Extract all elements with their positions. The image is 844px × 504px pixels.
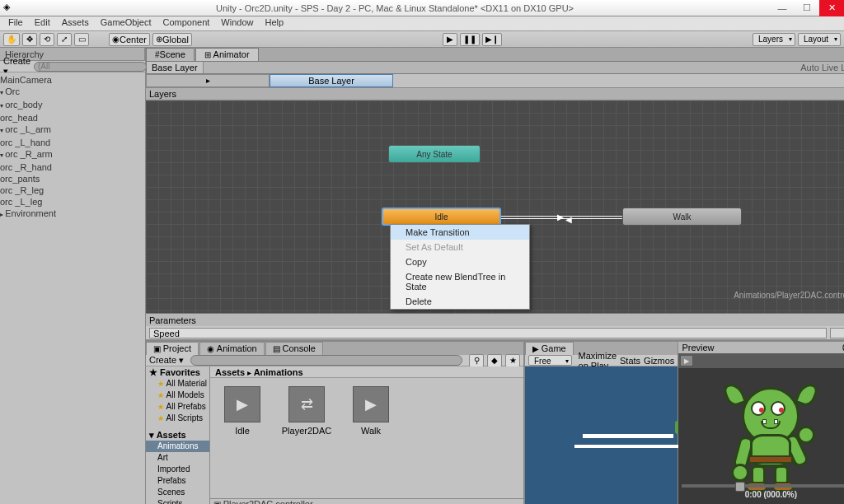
maximize-button[interactable]: ☐ <box>795 0 819 16</box>
scale-tool-button[interactable]: ⤢ <box>57 33 72 46</box>
idle-node[interactable]: Idle <box>382 208 501 226</box>
favorites-header[interactable]: ★ Favorites <box>146 366 209 378</box>
base-layer-breadcrumb[interactable]: Base Layer <box>147 62 204 73</box>
hierarchy-item[interactable]: orc _R_hand <box>0 161 145 173</box>
folder-item[interactable]: Prefabs <box>146 475 209 487</box>
menu-window[interactable]: Window <box>216 16 258 30</box>
folder-item[interactable]: Scenes <box>146 487 209 498</box>
folder-item[interactable]: Animations <box>146 441 209 452</box>
pause-button[interactable]: ❚❚ <box>460 33 480 46</box>
folder-item[interactable]: Art <box>146 452 209 464</box>
breadcrumb[interactable]: Assets ▸ Animations <box>210 366 523 378</box>
layers-dropdown[interactable]: Layers <box>753 33 795 46</box>
parameter-name[interactable]: Speed <box>149 328 827 338</box>
filter-button-1[interactable]: ⚲ <box>469 354 484 367</box>
hierarchy-item[interactable]: orc_head <box>0 112 145 124</box>
fav-item[interactable]: All Models <box>146 390 209 401</box>
tab-animation[interactable]: ◉ Animation <box>199 342 265 355</box>
ctx-set-default[interactable]: Set As Default <box>391 240 529 254</box>
hierarchy-item[interactable]: MainCamera <box>0 74 145 86</box>
menubar: File Edit Assets GameObject Component Wi… <box>0 16 844 31</box>
minimize-button[interactable]: — <box>770 0 795 16</box>
move-tool-button[interactable]: ✥ <box>22 33 37 46</box>
any-state-node[interactable]: Any State <box>388 145 481 163</box>
hierarchy-item[interactable]: Environment <box>0 208 145 221</box>
toolbar: ✋ ✥ ⟲ ⤢ ▭ ◉ Center ⊕ Global ▶ ❚❚ ▶❙ Laye… <box>0 31 844 48</box>
menu-file[interactable]: File <box>3 16 28 30</box>
tab-animator[interactable]: ⊞ Animator <box>195 48 259 61</box>
hierarchy-item[interactable]: orc _R_arm <box>0 148 145 161</box>
asset-item[interactable]: ▶Walk <box>347 386 395 490</box>
tab-game[interactable]: ▶ Game <box>525 342 574 355</box>
menu-component[interactable]: Component <box>157 16 214 30</box>
fav-item[interactable]: All Material <box>146 378 209 390</box>
window-buttons: — ☐ ✕ <box>770 0 844 16</box>
folder-item[interactable]: Imported <box>146 464 209 475</box>
game-view <box>525 366 678 504</box>
unity-icon: ◈ <box>3 2 16 15</box>
preview-time: 0:00 (000.0%) <box>678 490 844 499</box>
animator-canvas[interactable]: Any State ▶◀ Idle Walk Make Transition S… <box>146 100 844 313</box>
ctx-delete[interactable]: Delete <box>391 294 529 309</box>
gizmos-toggle[interactable]: Gizmos <box>644 356 674 366</box>
assets-header[interactable]: ▾ Assets <box>146 429 209 441</box>
hand-tool-button[interactable]: ✋ <box>3 33 20 46</box>
menu-edit[interactable]: Edit <box>30 16 55 30</box>
titlebar: ◈ Unity - Orc2D.unity - SPS - Day 2 - PC… <box>0 0 844 16</box>
rotate-tool-button[interactable]: ⟲ <box>40 33 54 46</box>
pivot-global-button[interactable]: ⊕ Global <box>152 33 192 46</box>
hierarchy-item[interactable]: Orc <box>0 86 145 99</box>
menu-help[interactable]: Help <box>260 16 288 30</box>
filter-button-3[interactable]: ★ <box>505 354 520 367</box>
hierarchy-item[interactable]: orc _L_hand <box>0 137 145 148</box>
auto-live-link-toggle[interactable]: Auto Live Link <box>795 62 844 73</box>
asset-item[interactable]: ⇄Player2DAC <box>283 386 331 490</box>
hierarchy-item[interactable]: orc _L_arm <box>0 124 145 137</box>
menu-gameobject[interactable]: GameObject <box>96 16 157 30</box>
hierarchy-item[interactable]: orc _L_leg <box>0 196 145 208</box>
window-title: Unity - Orc2D.unity - SPS - Day 2 - PC, … <box>20 3 770 13</box>
project-create-button[interactable]: Create ▾ <box>149 355 184 366</box>
menu-assets[interactable]: Assets <box>57 16 94 30</box>
fav-item[interactable]: All Prefabs <box>146 401 209 413</box>
layers-label: Layers <box>149 89 176 99</box>
project-statusbar: ▣ Player2DAC.controller <box>210 498 523 504</box>
ctx-copy[interactable]: Copy <box>391 254 529 269</box>
preview-play-button[interactable]: ▶ <box>680 355 693 366</box>
close-button[interactable]: ✕ <box>819 0 844 16</box>
base-layer-pill[interactable]: Base Layer <box>270 74 393 87</box>
hierarchy-search-input[interactable] <box>34 62 147 72</box>
project-search-input[interactable] <box>190 355 462 366</box>
play-button[interactable]: ▶ <box>443 33 457 46</box>
filter-button-2[interactable]: ◆ <box>487 354 502 367</box>
pivot-center-button[interactable]: ◉ Center <box>109 33 150 46</box>
hierarchy-item[interactable]: orc_body <box>0 99 145 112</box>
aspect-dropdown[interactable]: Free Aspect <box>528 355 572 366</box>
tab-scene[interactable]: #Scene <box>146 48 195 61</box>
hierarchy-item[interactable]: orc _R_leg <box>0 184 145 196</box>
step-button[interactable]: ▶❙ <box>482 33 502 46</box>
walk-node[interactable]: Walk <box>622 208 742 226</box>
preview-slider[interactable] <box>682 484 844 488</box>
controller-path: Animations/Player2DAC.controller <box>734 291 844 300</box>
transition-arrow[interactable]: ▶◀ <box>501 214 622 221</box>
project-tree: ★ Favorites All Material All Models All … <box>146 366 210 504</box>
tab-console[interactable]: ▤ Console <box>265 342 323 355</box>
center-tabs: #Scene ⊞ Animator <box>146 48 844 61</box>
tab-project[interactable]: ▣ Project <box>146 342 199 355</box>
preview-viewport: 0:00 (000.0%) <box>678 368 844 504</box>
layout-dropdown[interactable]: Layout <box>798 33 841 46</box>
fav-item[interactable]: All Scripts <box>146 413 209 424</box>
folder-item[interactable]: Scripts <box>146 498 209 504</box>
ctx-create-blendtree[interactable]: Create new BlendTree in State <box>391 269 529 294</box>
context-menu: Make Transition Set As Default Copy Crea… <box>390 224 530 310</box>
parameters-label: Parameters <box>149 315 196 325</box>
parameter-value-input[interactable] <box>830 328 844 338</box>
goblin-character <box>721 383 820 490</box>
hierarchy-item[interactable]: orc_pants <box>0 173 145 184</box>
ctx-make-transition[interactable]: Make Transition <box>391 225 529 240</box>
rect-tool-button[interactable]: ▭ <box>74 33 89 46</box>
stats-toggle[interactable]: Stats <box>620 356 640 366</box>
hierarchy-panel: Hierarchy Create ▾ MainCameraOrcorc_body… <box>0 48 146 504</box>
asset-item[interactable]: ▶Idle <box>218 386 266 490</box>
